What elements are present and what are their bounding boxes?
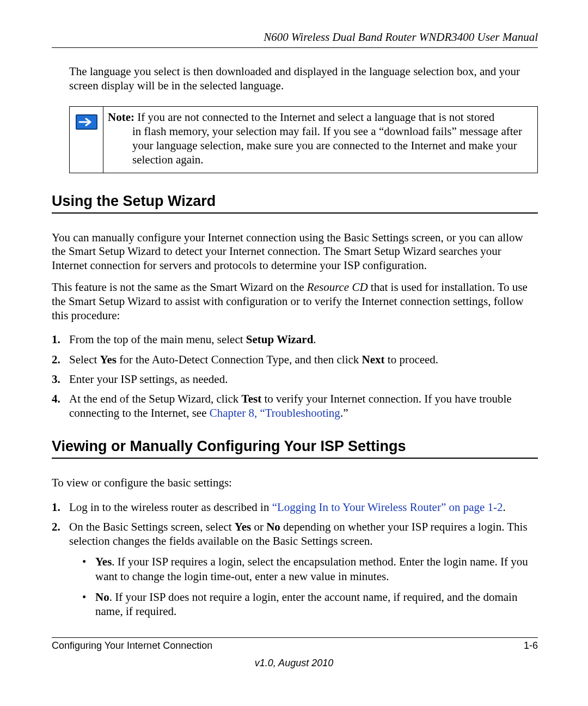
footer-chapter: Configuring Your Internet Connection bbox=[52, 640, 212, 652]
section-heading-setup-wizard: Using the Setup Wizard bbox=[52, 193, 538, 214]
intro-paragraph: The language you select is then download… bbox=[69, 64, 538, 93]
note-rest: in flash memory, your selection may fail… bbox=[108, 124, 533, 167]
para-isp-1: To view or configure the basic settings: bbox=[52, 476, 538, 490]
note-label: Note: bbox=[108, 111, 134, 124]
footer-version: v1.0, August 2010 bbox=[0, 658, 588, 669]
note-line1: If you are not connected to the Internet… bbox=[134, 111, 494, 124]
para-setup-1: You can manually configure your Internet… bbox=[52, 231, 538, 273]
page-footer: Configuring Your Internet Connection 1-6 bbox=[52, 637, 538, 652]
isp-sub-yes: Yes. If your ISP requires a login, selec… bbox=[80, 555, 538, 583]
link-troubleshooting[interactable]: Chapter 8, “Troubleshooting bbox=[210, 406, 340, 419]
note-text: Note: If you are not connected to the In… bbox=[103, 107, 537, 173]
isp-step-2: On the Basic Settings screen, select Yes… bbox=[52, 520, 538, 619]
setup-wizard-steps: From the top of the main menu, select Se… bbox=[52, 332, 538, 420]
footer-page-number: 1-6 bbox=[524, 640, 538, 652]
step-3: Enter your ISP settings, as needed. bbox=[52, 372, 538, 386]
para-setup-2: This feature is not the same as the Smar… bbox=[52, 281, 538, 322]
doc-title: N600 Wireless Dual Band Router WNDR3400 … bbox=[264, 31, 538, 44]
doc-header: N600 Wireless Dual Band Router WNDR3400 … bbox=[52, 31, 538, 48]
link-logging-in[interactable]: “Logging In to Your Wireless Router” on … bbox=[272, 501, 503, 514]
note-box: Note: If you are not connected to the In… bbox=[69, 106, 538, 173]
step-4: At the end of the Setup Wizard, click Te… bbox=[52, 392, 538, 421]
step-2: Select Yes for the Auto-Detect Connectio… bbox=[52, 352, 538, 367]
isp-step-1: Log in to the wireless router as describ… bbox=[52, 500, 538, 514]
section-heading-isp-settings: Viewing or Manually Configuring Your ISP… bbox=[52, 438, 538, 459]
isp-sub-no: No. If your ISP does not require a login… bbox=[80, 590, 538, 619]
isp-steps: Log in to the wireless router as describ… bbox=[52, 500, 538, 619]
note-icon-cell bbox=[70, 107, 103, 173]
isp-sub-list: Yes. If your ISP requires a login, selec… bbox=[80, 555, 538, 618]
resource-cd-em: Resource CD bbox=[307, 281, 368, 294]
manual-page: N600 Wireless Dual Band Router WNDR3400 … bbox=[0, 0, 588, 706]
step-1: From the top of the main menu, select Se… bbox=[52, 332, 538, 346]
arrow-right-icon bbox=[76, 114, 97, 130]
